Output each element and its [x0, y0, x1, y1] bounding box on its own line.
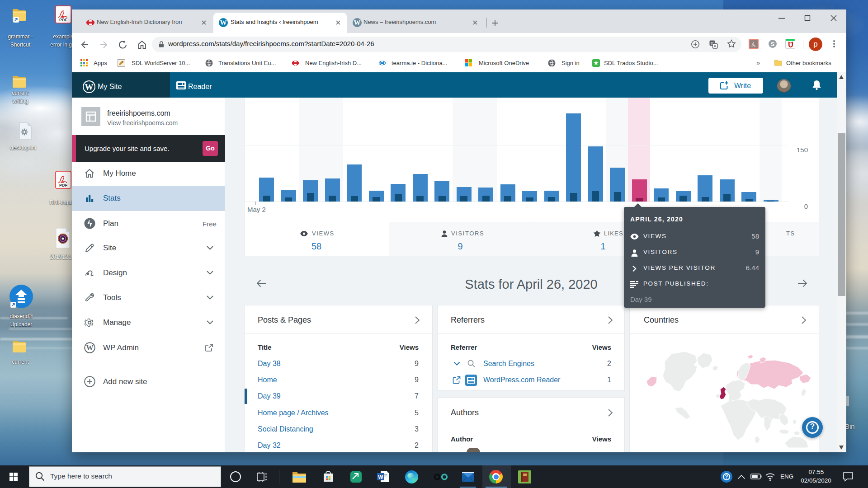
svg-text:W: W [354, 19, 361, 26]
svg-text:W: W [86, 344, 94, 352]
svg-text:S: S [771, 41, 774, 47]
svg-text:W: W [220, 19, 227, 26]
svg-text:PDF: PDF [59, 18, 68, 22]
svg-text:PDF: PDF [59, 183, 68, 188]
svg-text:W: W [378, 474, 383, 480]
